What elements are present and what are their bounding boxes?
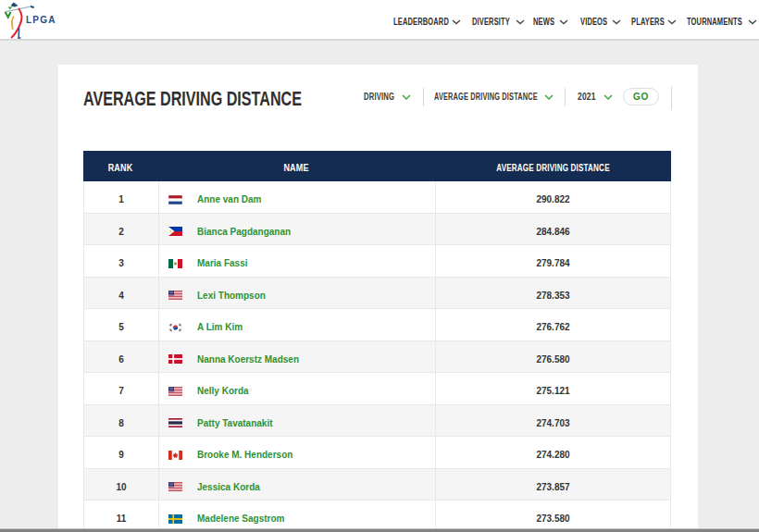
svg-text:LPGA: LPGA (26, 15, 56, 25)
